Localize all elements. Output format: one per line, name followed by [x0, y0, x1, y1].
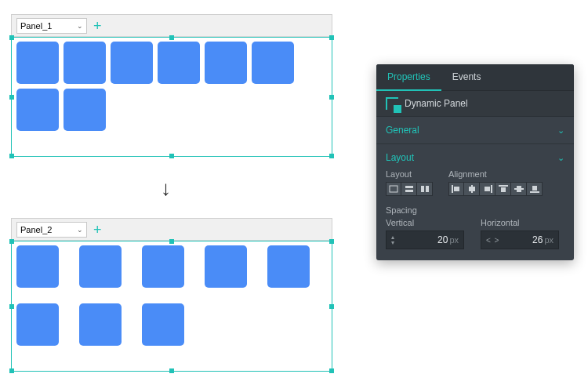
layout-free-button[interactable] — [386, 182, 401, 196]
tile[interactable] — [64, 89, 106, 131]
spacing-label: Spacing — [386, 205, 564, 215]
svg-rect-8 — [469, 187, 475, 191]
layout-buttons — [386, 182, 433, 196]
tile[interactable] — [79, 303, 122, 346]
svg-rect-0 — [390, 186, 397, 192]
resize-handle[interactable] — [169, 368, 174, 373]
svg-rect-5 — [452, 185, 453, 193]
section-layout-header[interactable]: Layout ⌄ — [386, 151, 564, 165]
layout-label: Layout — [386, 169, 433, 179]
panel-body — [12, 37, 332, 136]
svg-rect-6 — [454, 187, 459, 191]
chevron-down-icon: ⌄ — [77, 226, 83, 234]
tile[interactable] — [16, 89, 59, 131]
svg-rect-2 — [405, 190, 413, 192]
svg-rect-12 — [501, 187, 506, 192]
tile[interactable] — [205, 245, 247, 288]
svg-rect-11 — [499, 185, 508, 187]
tile[interactable] — [158, 42, 200, 84]
add-state-button[interactable]: + — [93, 223, 102, 237]
align-left-button[interactable] — [448, 182, 464, 196]
tile[interactable] — [111, 42, 153, 84]
object-header: Dynamic Panel — [376, 91, 574, 117]
panel-state-select[interactable]: Panel_1 ⌄ — [16, 18, 87, 34]
vertical-spacing-input[interactable]: ▴▾ 20px — [386, 230, 464, 249]
panel-2[interactable]: Panel_2 ⌄ + — [11, 218, 332, 372]
resize-handle[interactable] — [9, 368, 14, 373]
chevron-down-icon: ⌄ — [77, 22, 83, 30]
tile[interactable] — [79, 245, 122, 288]
tile[interactable] — [16, 303, 59, 346]
resize-handle[interactable] — [169, 154, 174, 158]
align-vcenter-button[interactable] — [511, 182, 527, 196]
svg-rect-1 — [405, 186, 413, 188]
svg-rect-4 — [426, 186, 429, 192]
svg-rect-16 — [532, 186, 537, 191]
align-top-button[interactable] — [495, 182, 511, 196]
alignment-buttons — [448, 182, 543, 196]
layout-vertical-button[interactable] — [401, 182, 417, 196]
section-general-header[interactable]: General ⌄ — [386, 123, 564, 137]
arrow-down-icon: ↓ — [161, 176, 171, 201]
tile[interactable] — [142, 303, 184, 346]
resize-handle[interactable] — [329, 154, 334, 158]
svg-rect-3 — [421, 186, 424, 192]
tile[interactable] — [16, 42, 59, 84]
tile[interactable] — [64, 42, 106, 84]
inspector-tabs: Properties Events — [376, 64, 574, 91]
stepper-arrows-icon[interactable]: ▴▾ — [391, 234, 394, 245]
vertical-label: Vertical — [386, 218, 470, 227]
tile[interactable] — [142, 245, 184, 288]
layout-horizontal-button[interactable] — [417, 182, 433, 196]
chevron-down-icon: ⌄ — [557, 153, 564, 163]
panel-state-label: Panel_2 — [20, 225, 52, 234]
chevron-down-icon: ⌄ — [557, 125, 564, 136]
svg-rect-15 — [530, 191, 539, 193]
align-bottom-button[interactable] — [527, 182, 543, 196]
panel-state-label: Panel_1 — [20, 21, 52, 31]
svg-rect-10 — [485, 187, 490, 191]
section-general: General ⌄ — [376, 117, 574, 144]
svg-rect-14 — [517, 186, 521, 192]
tile[interactable] — [205, 42, 247, 84]
horizontal-arrows-icon[interactable]: < > — [486, 236, 499, 245]
panel-state-select[interactable]: Panel_2 ⌄ — [16, 222, 87, 238]
resize-handle[interactable] — [329, 368, 334, 373]
section-layout: Layout ⌄ Layout Alignment — [376, 144, 574, 260]
panel-1[interactable]: Panel_1 ⌄ + — [11, 14, 332, 157]
tile[interactable] — [267, 245, 310, 288]
tile[interactable] — [16, 245, 59, 288]
alignment-label: Alignment — [448, 169, 543, 179]
horizontal-spacing-input[interactable]: < > 26px — [481, 230, 559, 249]
properties-panel: Properties Events Dynamic Panel General … — [376, 64, 574, 260]
panel-body — [12, 241, 332, 350]
panel-toolbar: Panel_2 ⌄ + — [12, 219, 332, 241]
tab-events[interactable]: Events — [441, 64, 492, 90]
object-name: Dynamic Panel — [405, 98, 468, 109]
panel-toolbar: Panel_1 ⌄ + — [12, 15, 332, 37]
svg-rect-9 — [491, 185, 492, 193]
tab-properties[interactable]: Properties — [376, 64, 441, 91]
tile[interactable] — [252, 42, 294, 84]
horizontal-label: Horizontal — [481, 218, 564, 227]
dynamic-panel-icon — [386, 97, 398, 110]
align-hcenter-button[interactable] — [464, 182, 480, 196]
align-right-button[interactable] — [480, 182, 495, 196]
resize-handle[interactable] — [9, 154, 14, 158]
add-state-button[interactable]: + — [93, 19, 102, 33]
